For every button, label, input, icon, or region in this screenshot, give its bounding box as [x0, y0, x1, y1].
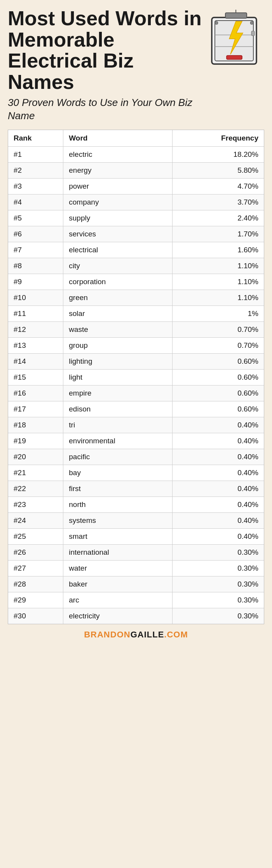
cell-word: electrical	[63, 242, 173, 258]
table-row: #29arc0.30%	[8, 592, 264, 608]
cell-rank: #16	[8, 385, 63, 401]
main-title: Most Used Words in Memorable Electrical …	[8, 8, 204, 92]
cell-word: energy	[63, 162, 173, 178]
cell-word: light	[63, 369, 173, 385]
title-block: Most Used Words in Memorable Electrical …	[8, 8, 204, 123]
cell-rank: #25	[8, 528, 63, 544]
footer-brandon: BRANDON	[84, 630, 130, 639]
svg-point-4	[215, 21, 218, 24]
table-row: #5supply2.40%	[8, 210, 264, 226]
cell-frequency: 0.40%	[172, 481, 264, 496]
footer-gaille: GAILLE	[131, 630, 164, 639]
cell-rank: #1	[8, 146, 63, 162]
table-row: #19environmental0.40%	[8, 433, 264, 449]
cell-word: tri	[63, 417, 173, 433]
table-row: #23north0.40%	[8, 496, 264, 512]
table-row: #10green1.10%	[8, 290, 264, 306]
cell-rank: #11	[8, 306, 63, 321]
svg-rect-6	[251, 31, 255, 36]
cell-word: edison	[63, 401, 173, 417]
table-row: #14lighting0.60%	[8, 353, 264, 369]
cell-word: supply	[63, 210, 173, 226]
cell-frequency: 1.60%	[172, 242, 264, 258]
cell-frequency: 0.30%	[172, 544, 264, 560]
cell-word: north	[63, 496, 173, 512]
table-row: #20pacific0.40%	[8, 449, 264, 465]
cell-rank: #30	[8, 608, 63, 624]
cell-rank: #17	[8, 401, 63, 417]
cell-rank: #19	[8, 433, 63, 449]
cell-word: international	[63, 544, 173, 560]
cell-word: water	[63, 560, 173, 576]
data-table-wrapper: Rank Word Frequency #1electric18.20%#2en…	[8, 130, 264, 624]
table-row: #17edison0.60%	[8, 401, 264, 417]
cell-word: group	[63, 337, 173, 353]
cell-word: pacific	[63, 449, 173, 465]
cell-frequency: 4.70%	[172, 178, 264, 194]
cell-word: smart	[63, 528, 173, 544]
table-row: #7electrical1.60%	[8, 242, 264, 258]
subtitle: 30 Proven Words to Use in Your Own Biz N…	[8, 96, 204, 123]
cell-frequency: 1.70%	[172, 226, 264, 242]
cell-frequency: 0.30%	[172, 576, 264, 592]
cell-frequency: 1.10%	[172, 290, 264, 306]
cell-frequency: 0.60%	[172, 385, 264, 401]
cell-rank: #29	[8, 592, 63, 608]
cell-rank: #13	[8, 337, 63, 353]
cell-word: systems	[63, 512, 173, 528]
cell-frequency: 0.40%	[172, 449, 264, 465]
cell-rank: #20	[8, 449, 63, 465]
cell-frequency: 2.40%	[172, 210, 264, 226]
cell-rank: #14	[8, 353, 63, 369]
cell-rank: #10	[8, 290, 63, 306]
header-section: Most Used Words in Memorable Electrical …	[8, 8, 264, 123]
cell-rank: #28	[8, 576, 63, 592]
table-row: #9corporation1.10%	[8, 274, 264, 290]
cell-word: corporation	[63, 274, 173, 290]
table-row: #24systems0.40%	[8, 512, 264, 528]
cell-rank: #26	[8, 544, 63, 560]
cell-word: green	[63, 290, 173, 306]
cell-frequency: 1.10%	[172, 258, 264, 274]
cell-word: bay	[63, 465, 173, 481]
table-row: #2energy5.80%	[8, 162, 264, 178]
cell-frequency: 0.30%	[172, 592, 264, 608]
cell-rank: #23	[8, 496, 63, 512]
cell-rank: #6	[8, 226, 63, 242]
table-header-row: Rank Word Frequency	[8, 130, 264, 147]
cell-rank: #27	[8, 560, 63, 576]
cell-rank: #7	[8, 242, 63, 258]
cell-word: empire	[63, 385, 173, 401]
table-row: #8city1.10%	[8, 258, 264, 274]
table-row: #15light0.60%	[8, 369, 264, 385]
svg-rect-8	[227, 56, 242, 59]
table-row: #6services1.70%	[8, 226, 264, 242]
col-header-frequency: Frequency	[172, 130, 264, 147]
cell-word: waste	[63, 321, 173, 337]
table-row: #28baker0.30%	[8, 576, 264, 592]
cell-frequency: 1%	[172, 306, 264, 321]
words-table: Rank Word Frequency #1electric18.20%#2en…	[8, 130, 264, 624]
cell-frequency: 3.70%	[172, 194, 264, 210]
electrical-icon-block	[204, 8, 264, 72]
cell-rank: #22	[8, 481, 63, 496]
table-row: #13group0.70%	[8, 337, 264, 353]
cell-word: arc	[63, 592, 173, 608]
electrical-box-icon	[208, 10, 264, 72]
table-row: #18tri0.40%	[8, 417, 264, 433]
cell-word: electricity	[63, 608, 173, 624]
cell-frequency: 0.70%	[172, 337, 264, 353]
cell-frequency: 1.10%	[172, 274, 264, 290]
table-body: #1electric18.20%#2energy5.80%#3power4.70…	[8, 146, 264, 624]
cell-frequency: 5.80%	[172, 162, 264, 178]
cell-rank: #12	[8, 321, 63, 337]
cell-word: solar	[63, 306, 173, 321]
table-row: #1electric18.20%	[8, 146, 264, 162]
table-row: #21bay0.40%	[8, 465, 264, 481]
cell-frequency: 0.40%	[172, 433, 264, 449]
cell-frequency: 0.40%	[172, 512, 264, 528]
cell-frequency: 0.60%	[172, 353, 264, 369]
cell-word: baker	[63, 576, 173, 592]
cell-frequency: 0.40%	[172, 528, 264, 544]
cell-word: environmental	[63, 433, 173, 449]
